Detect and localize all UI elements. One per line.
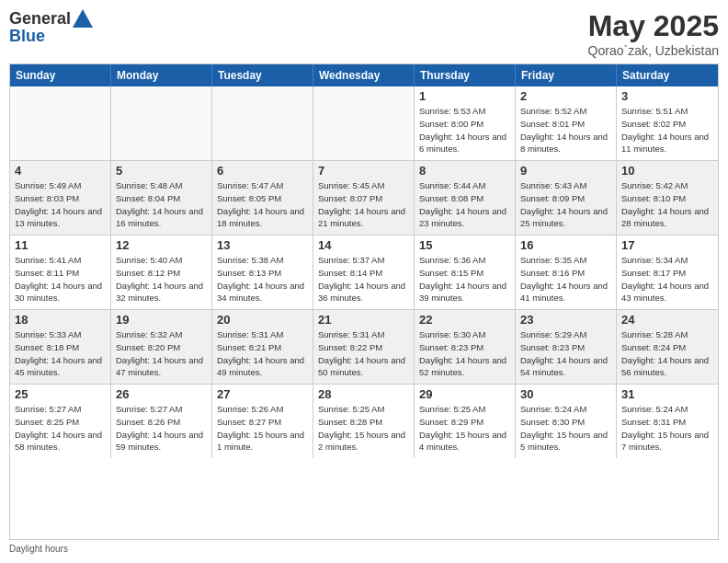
calendar-cell: 31Sunrise: 5:24 AMSunset: 8:31 PMDayligh… (617, 385, 718, 458)
calendar-cell: 5Sunrise: 5:48 AMSunset: 8:04 PMDaylight… (111, 161, 212, 235)
calendar-cell: 28Sunrise: 5:25 AMSunset: 8:28 PMDayligh… (313, 385, 415, 458)
header: General Blue May 2025 Qorao`zak, Uzbekis… (9, 9, 719, 58)
calendar-cell: 19Sunrise: 5:32 AMSunset: 8:20 PMDayligh… (111, 310, 212, 384)
day-info: Sunrise: 5:45 AMSunset: 8:07 PMDaylight:… (318, 179, 409, 230)
day-number: 16 (520, 238, 611, 252)
day-info: Sunrise: 5:33 AMSunset: 8:18 PMDaylight:… (15, 328, 106, 379)
day-number: 30 (520, 387, 611, 401)
calendar-row: 1Sunrise: 5:53 AMSunset: 8:00 PMDaylight… (10, 86, 718, 161)
day-number: 29 (419, 387, 510, 401)
calendar-cell (111, 86, 212, 160)
day-info: Sunrise: 5:44 AMSunset: 8:08 PMDaylight:… (419, 179, 510, 230)
day-number: 10 (621, 164, 713, 178)
calendar-row: 11Sunrise: 5:41 AMSunset: 8:11 PMDayligh… (10, 236, 718, 310)
calendar-cell: 11Sunrise: 5:41 AMSunset: 8:11 PMDayligh… (10, 236, 111, 309)
calendar-cell: 14Sunrise: 5:37 AMSunset: 8:14 PMDayligh… (313, 236, 415, 309)
day-number: 25 (15, 387, 106, 401)
calendar-cell: 3Sunrise: 5:51 AMSunset: 8:02 PMDaylight… (617, 86, 718, 160)
calendar-cell: 26Sunrise: 5:27 AMSunset: 8:26 PMDayligh… (111, 385, 212, 458)
calendar-cell: 7Sunrise: 5:45 AMSunset: 8:07 PMDaylight… (313, 161, 415, 235)
day-number: 9 (520, 164, 611, 178)
day-info: Sunrise: 5:36 AMSunset: 8:15 PMDaylight:… (419, 254, 510, 304)
calendar-header: SundayMondayTuesdayWednesdayThursdayFrid… (10, 64, 718, 86)
svg-marker-0 (73, 9, 93, 28)
calendar-cell: 15Sunrise: 5:36 AMSunset: 8:15 PMDayligh… (415, 236, 516, 309)
day-info: Sunrise: 5:24 AMSunset: 8:30 PMDaylight:… (520, 403, 611, 454)
calendar-cell: 16Sunrise: 5:35 AMSunset: 8:16 PMDayligh… (516, 236, 617, 309)
day-info: Sunrise: 5:37 AMSunset: 8:14 PMDaylight:… (318, 254, 409, 304)
calendar-cell: 30Sunrise: 5:24 AMSunset: 8:30 PMDayligh… (516, 385, 617, 458)
calendar-cell: 1Sunrise: 5:53 AMSunset: 8:00 PMDaylight… (415, 86, 516, 160)
cal-header-day: Thursday (415, 64, 516, 86)
cal-header-day: Tuesday (212, 64, 313, 86)
day-info: Sunrise: 5:48 AMSunset: 8:04 PMDaylight:… (116, 179, 207, 230)
calendar-row: 4Sunrise: 5:49 AMSunset: 8:03 PMDaylight… (10, 161, 718, 236)
day-info: Sunrise: 5:52 AMSunset: 8:01 PMDaylight:… (520, 105, 611, 155)
month-title: May 2025 (588, 9, 719, 43)
day-number: 13 (217, 238, 308, 252)
calendar-body: 1Sunrise: 5:53 AMSunset: 8:00 PMDaylight… (10, 86, 718, 458)
day-number: 4 (15, 164, 106, 178)
cal-header-day: Saturday (617, 64, 718, 86)
calendar-cell: 27Sunrise: 5:26 AMSunset: 8:27 PMDayligh… (212, 385, 313, 458)
day-number: 3 (621, 89, 713, 103)
day-info: Sunrise: 5:25 AMSunset: 8:28 PMDaylight:… (318, 403, 409, 454)
day-info: Sunrise: 5:35 AMSunset: 8:16 PMDaylight:… (520, 254, 611, 304)
day-info: Sunrise: 5:43 AMSunset: 8:09 PMDaylight:… (520, 179, 611, 230)
day-info: Sunrise: 5:29 AMSunset: 8:23 PMDaylight:… (520, 328, 611, 379)
day-info: Sunrise: 5:27 AMSunset: 8:26 PMDaylight:… (116, 403, 207, 454)
day-number: 15 (419, 238, 510, 252)
day-number: 1 (419, 89, 510, 103)
day-number: 17 (621, 238, 713, 252)
day-info: Sunrise: 5:51 AMSunset: 8:02 PMDaylight:… (621, 105, 713, 155)
calendar-cell (212, 86, 313, 160)
day-info: Sunrise: 5:27 AMSunset: 8:25 PMDaylight:… (15, 403, 106, 454)
day-info: Sunrise: 5:41 AMSunset: 8:11 PMDaylight:… (15, 254, 106, 304)
day-info: Sunrise: 5:53 AMSunset: 8:00 PMDaylight:… (419, 105, 510, 155)
day-info: Sunrise: 5:47 AMSunset: 8:05 PMDaylight:… (217, 179, 308, 230)
cal-header-day: Wednesday (313, 64, 415, 86)
calendar-cell: 25Sunrise: 5:27 AMSunset: 8:25 PMDayligh… (10, 385, 111, 458)
calendar-row: 25Sunrise: 5:27 AMSunset: 8:25 PMDayligh… (10, 385, 718, 458)
calendar-cell: 12Sunrise: 5:40 AMSunset: 8:12 PMDayligh… (111, 236, 212, 309)
day-info: Sunrise: 5:40 AMSunset: 8:12 PMDaylight:… (116, 254, 207, 304)
calendar-cell: 22Sunrise: 5:30 AMSunset: 8:23 PMDayligh… (415, 310, 516, 384)
day-info: Sunrise: 5:38 AMSunset: 8:13 PMDaylight:… (217, 254, 308, 304)
calendar-cell: 10Sunrise: 5:42 AMSunset: 8:10 PMDayligh… (617, 161, 718, 235)
calendar-cell (313, 86, 415, 160)
daylight-label: Daylight hours (9, 544, 68, 554)
cal-header-day: Sunday (10, 64, 111, 86)
calendar-cell: 6Sunrise: 5:47 AMSunset: 8:05 PMDaylight… (212, 161, 313, 235)
day-number: 6 (217, 164, 308, 178)
day-info: Sunrise: 5:34 AMSunset: 8:17 PMDaylight:… (621, 254, 713, 304)
day-number: 18 (15, 313, 106, 327)
day-number: 2 (520, 89, 611, 103)
day-number: 11 (15, 238, 106, 252)
day-number: 12 (116, 238, 207, 252)
calendar-cell: 23Sunrise: 5:29 AMSunset: 8:23 PMDayligh… (516, 310, 617, 384)
day-number: 26 (116, 387, 207, 401)
day-number: 21 (318, 313, 409, 327)
day-info: Sunrise: 5:31 AMSunset: 8:22 PMDaylight:… (318, 328, 409, 379)
page: General Blue May 2025 Qorao`zak, Uzbekis… (0, 0, 728, 563)
day-number: 20 (217, 313, 308, 327)
day-info: Sunrise: 5:24 AMSunset: 8:31 PMDaylight:… (621, 403, 713, 454)
day-info: Sunrise: 5:42 AMSunset: 8:10 PMDaylight:… (621, 179, 713, 230)
day-number: 5 (116, 164, 207, 178)
calendar-cell: 13Sunrise: 5:38 AMSunset: 8:13 PMDayligh… (212, 236, 313, 309)
calendar-cell: 17Sunrise: 5:34 AMSunset: 8:17 PMDayligh… (617, 236, 718, 309)
day-info: Sunrise: 5:26 AMSunset: 8:27 PMDaylight:… (217, 403, 308, 454)
calendar-row: 18Sunrise: 5:33 AMSunset: 8:18 PMDayligh… (10, 310, 718, 385)
day-number: 22 (419, 313, 510, 327)
day-number: 31 (621, 387, 713, 401)
calendar-cell: 24Sunrise: 5:28 AMSunset: 8:24 PMDayligh… (617, 310, 718, 384)
calendar-cell: 21Sunrise: 5:31 AMSunset: 8:22 PMDayligh… (313, 310, 415, 384)
calendar-cell: 29Sunrise: 5:25 AMSunset: 8:29 PMDayligh… (415, 385, 516, 458)
day-number: 8 (419, 164, 510, 178)
footer: Daylight hours (9, 544, 719, 554)
logo-general: General (9, 10, 71, 27)
day-number: 27 (217, 387, 308, 401)
title-section: May 2025 Qorao`zak, Uzbekistan (588, 9, 719, 58)
day-info: Sunrise: 5:31 AMSunset: 8:21 PMDaylight:… (217, 328, 308, 379)
day-info: Sunrise: 5:28 AMSunset: 8:24 PMDaylight:… (621, 328, 713, 379)
